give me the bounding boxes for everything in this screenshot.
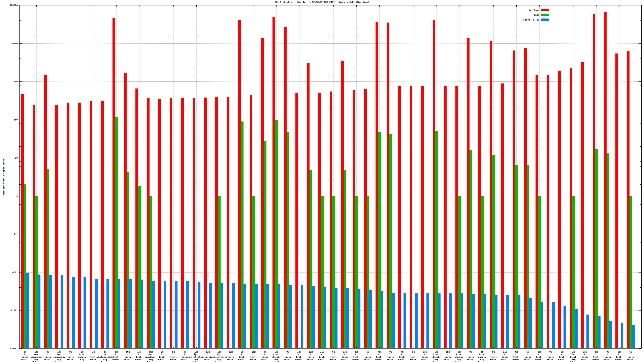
y-major-tick: [20, 120, 22, 120]
x-tick: [151, 347, 151, 349]
x-tick: [254, 5, 254, 7]
y-minor-tick: [640, 184, 642, 185]
y-minor-tick: [20, 173, 21, 173]
x-tick: [436, 5, 437, 7]
x-tick: [631, 347, 631, 349]
y-minor-tick: [20, 47, 21, 47]
y-minor-tick: [640, 243, 642, 243]
x-tick: [550, 5, 551, 7]
y-minor-tick: [640, 9, 642, 9]
x-tick: [494, 347, 494, 349]
y-tick-label: 0.01: [0, 271, 18, 274]
x-tick: [174, 5, 174, 7]
y-minor-tick: [20, 9, 21, 9]
x-tick: [471, 5, 471, 7]
plot-area: [19, 5, 642, 349]
x-tick: [116, 5, 116, 7]
x-tick: [425, 347, 425, 349]
x-tick: [151, 5, 151, 7]
x-tick: [539, 5, 540, 7]
x-tick: [36, 5, 37, 7]
y-minor-tick: [20, 287, 21, 288]
y-minor-tick: [20, 337, 21, 337]
x-tick: [596, 5, 597, 7]
y-minor-tick: [640, 337, 642, 337]
y-major-tick: [20, 310, 22, 311]
y-minor-tick: [640, 299, 642, 299]
y-minor-tick: [640, 135, 642, 135]
y-major-tick: [20, 272, 22, 273]
x-tick: [139, 5, 140, 7]
y-minor-tick: [640, 90, 642, 90]
x-tick: [379, 5, 380, 7]
x-tick: [448, 347, 448, 349]
x-tick: [574, 347, 574, 349]
y-minor-tick: [640, 287, 642, 288]
y-minor-tick: [640, 108, 642, 108]
chart-canvas: RBL Statistics - Sun Oct 1 12:58:12 EDT …: [0, 0, 644, 362]
x-tick: [471, 347, 471, 349]
x-tick: [25, 5, 25, 7]
y-minor-tick: [20, 108, 21, 108]
x-tick: [299, 347, 300, 349]
y-minor-tick: [20, 58, 21, 59]
y-major-tick: [638, 196, 642, 196]
y-major-tick: [20, 158, 22, 158]
x-tick: [505, 5, 505, 7]
x-tick: [448, 5, 448, 7]
y-minor-tick: [20, 166, 21, 167]
y-minor-tick: [20, 211, 21, 211]
x-tick: [345, 5, 345, 7]
y-minor-tick: [20, 161, 21, 162]
y-major-tick: [20, 81, 22, 82]
x-tick: [276, 347, 276, 349]
y-major-tick: [638, 81, 642, 82]
x-tick: [585, 347, 585, 349]
y-major-tick: [638, 5, 642, 5]
x-tick: [242, 5, 242, 7]
y-minor-tick: [640, 32, 642, 32]
y-minor-tick: [640, 47, 642, 47]
x-tick-label-line: dnswl.: [617, 359, 644, 361]
y-minor-tick: [20, 314, 21, 314]
y-minor-tick: [20, 249, 21, 249]
y-minor-tick: [20, 146, 21, 147]
y-major-tick: [20, 349, 22, 349]
y-minor-tick: [20, 299, 21, 299]
x-tick: [105, 347, 105, 349]
x-tick: [116, 347, 116, 349]
y-minor-tick: [20, 204, 21, 205]
x-tick: [334, 347, 334, 349]
y-major-tick: [638, 310, 642, 311]
x-tick-label-line: org: [617, 361, 644, 362]
x-tick: [128, 5, 128, 7]
y-tick-label: 100000: [0, 4, 18, 7]
x-tick: [482, 347, 482, 349]
y-minor-tick: [20, 14, 21, 14]
y-minor-tick: [640, 128, 642, 128]
y-minor-tick: [640, 319, 642, 319]
x-tick: [425, 5, 425, 7]
y-major-tick: [20, 43, 22, 44]
y-minor-tick: [640, 97, 642, 97]
y-minor-tick: [20, 261, 21, 261]
x-tick: [436, 347, 437, 349]
x-tick: [25, 347, 25, 349]
y-minor-tick: [20, 85, 21, 85]
y-minor-tick: [20, 70, 21, 70]
y-major-tick: [20, 196, 22, 196]
x-tick: [631, 5, 631, 7]
x-tick: [128, 347, 128, 349]
y-minor-tick: [20, 184, 21, 185]
not-spam-swatch: [541, 9, 549, 11]
y-minor-tick: [640, 20, 642, 20]
y-minor-tick: [20, 90, 21, 90]
x-tick: [585, 5, 585, 7]
x-tick: [459, 5, 460, 7]
score-swatch: [541, 18, 549, 21]
y-major-tick: [638, 120, 642, 120]
x-tick: [494, 5, 494, 7]
y-minor-tick: [20, 32, 21, 32]
y-tick-label: 0.1: [0, 233, 18, 236]
x-tick: [459, 347, 460, 349]
